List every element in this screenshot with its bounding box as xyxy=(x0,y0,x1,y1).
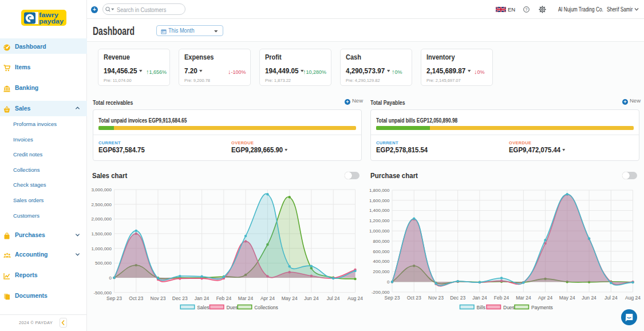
svg-text:Collections: Collections xyxy=(254,305,278,310)
svg-text:-500,000: -500,000 xyxy=(93,290,112,295)
svg-text:1,400,000: 1,400,000 xyxy=(369,208,390,213)
svg-text:400,000: 400,000 xyxy=(373,259,390,264)
svg-text:Feb 24: Feb 24 xyxy=(216,295,232,301)
svg-text:3,000,000: 3,000,000 xyxy=(91,187,112,192)
svg-text:Jan 24: Jan 24 xyxy=(195,295,210,301)
svg-text:Apr 24: Apr 24 xyxy=(538,295,552,301)
svg-text:2,500,000: 2,500,000 xyxy=(91,202,112,207)
svg-text:2,000,000: 2,000,000 xyxy=(91,216,112,222)
svg-text:Dec 23: Dec 23 xyxy=(450,295,465,301)
svg-text:1,800,000: 1,800,000 xyxy=(369,188,390,193)
svg-text:Mar 24: Mar 24 xyxy=(238,295,254,301)
svg-text:Mar 24: Mar 24 xyxy=(516,295,531,301)
svg-text:500,000: 500,000 xyxy=(95,261,112,266)
svg-text:Apr 24: Apr 24 xyxy=(260,295,275,301)
svg-text:Oct 23: Oct 23 xyxy=(407,295,421,301)
svg-text:Jul 24: Jul 24 xyxy=(605,295,618,301)
svg-text:Payments: Payments xyxy=(531,305,553,310)
svg-text:1,200,000: 1,200,000 xyxy=(369,218,390,223)
svg-text:Bills: Bills xyxy=(477,305,486,310)
svg-text:payday: payday xyxy=(39,18,64,25)
svg-text:Jun 24: Jun 24 xyxy=(582,295,596,301)
svg-text:800,000: 800,000 xyxy=(373,239,390,244)
svg-text:May 24: May 24 xyxy=(559,295,575,301)
svg-text:Sales: Sales xyxy=(197,305,209,310)
svg-text:May 24: May 24 xyxy=(282,295,298,301)
svg-text:Aug 24: Aug 24 xyxy=(347,295,363,301)
svg-text:Jan 24: Jan 24 xyxy=(472,295,487,301)
svg-text:Dues: Dues xyxy=(226,305,238,310)
svg-text:fawry: fawry xyxy=(39,12,59,18)
svg-text:1,600,000: 1,600,000 xyxy=(369,198,390,203)
svg-text:1,000,000: 1,000,000 xyxy=(369,228,390,234)
svg-text:1,500,000: 1,500,000 xyxy=(91,231,112,237)
svg-text:-200,000: -200,000 xyxy=(372,290,390,295)
svg-text:Nov 23: Nov 23 xyxy=(151,295,166,301)
svg-text:Dec 23: Dec 23 xyxy=(172,295,188,301)
svg-text:Aug 24: Aug 24 xyxy=(625,295,641,301)
svg-text:Sep 23: Sep 23 xyxy=(106,295,122,301)
svg-text:Sep 23: Sep 23 xyxy=(385,295,400,301)
svg-text:Jul 24: Jul 24 xyxy=(327,295,340,301)
svg-text:Jun 24: Jun 24 xyxy=(304,295,319,301)
svg-text:Nov 23: Nov 23 xyxy=(428,295,444,301)
svg-text:0: 0 xyxy=(387,279,390,285)
svg-text:600,000: 600,000 xyxy=(373,249,390,254)
svg-text:0: 0 xyxy=(109,275,112,281)
svg-text:Oct 23: Oct 23 xyxy=(129,295,143,301)
svg-text:1,000,000: 1,000,000 xyxy=(91,246,112,251)
svg-text:?: ? xyxy=(526,7,528,11)
svg-text:Feb 24: Feb 24 xyxy=(494,295,509,301)
svg-text:Dues: Dues xyxy=(503,305,515,310)
svg-text:200,000: 200,000 xyxy=(373,269,390,274)
